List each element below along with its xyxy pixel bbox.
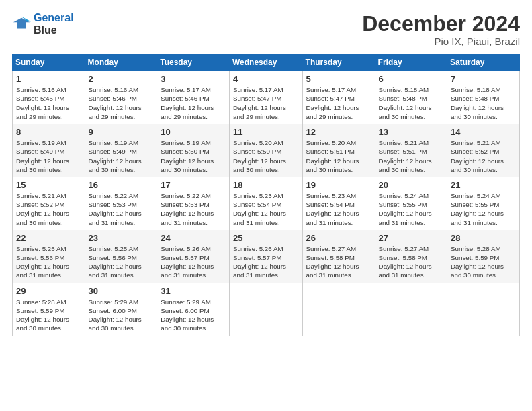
day-number: 1 xyxy=(16,74,81,84)
day-info: Sunrise: 5:25 AM Sunset: 5:56 PM Dayligh… xyxy=(89,244,154,280)
weekday-header-thursday: Thursday xyxy=(302,54,375,71)
day-cell: 21 Sunrise: 5:24 AM Sunset: 5:55 PM Dayl… xyxy=(447,177,520,230)
weekday-header-saturday: Saturday xyxy=(447,54,520,71)
day-cell xyxy=(447,283,520,336)
title-block: December 2024 Pio IX, Piaui, Brazil xyxy=(362,12,520,47)
day-cell xyxy=(375,283,447,336)
header: General Blue December 2024 Pio IX, Piaui… xyxy=(12,12,520,47)
day-info: Sunrise: 5:24 AM Sunset: 5:55 PM Dayligh… xyxy=(379,191,443,227)
day-cell: 7 Sunrise: 5:18 AM Sunset: 5:48 PM Dayli… xyxy=(447,71,520,124)
day-info: Sunrise: 5:20 AM Sunset: 5:51 PM Dayligh… xyxy=(306,138,371,174)
svg-marker-0 xyxy=(13,17,30,28)
weekday-header-row: SundayMondayTuesdayWednesdayThursdayFrid… xyxy=(13,54,520,71)
day-number: 9 xyxy=(89,127,154,137)
calendar-body: 1 Sunrise: 5:16 AM Sunset: 5:45 PM Dayli… xyxy=(13,71,520,336)
day-info: Sunrise: 5:19 AM Sunset: 5:50 PM Dayligh… xyxy=(161,138,226,174)
day-cell: 27 Sunrise: 5:27 AM Sunset: 5:58 PM Dayl… xyxy=(375,230,447,283)
location-subtitle: Pio IX, Piaui, Brazil xyxy=(362,36,520,47)
logo-text: General Blue xyxy=(34,12,74,36)
day-number: 25 xyxy=(233,233,299,243)
day-info: Sunrise: 5:22 AM Sunset: 5:53 PM Dayligh… xyxy=(89,191,154,227)
day-info: Sunrise: 5:16 AM Sunset: 5:45 PM Dayligh… xyxy=(16,85,81,121)
calendar-page: General Blue December 2024 Pio IX, Piaui… xyxy=(0,0,532,343)
day-number: 11 xyxy=(233,127,299,137)
day-number: 27 xyxy=(379,233,443,243)
day-cell: 12 Sunrise: 5:20 AM Sunset: 5:51 PM Dayl… xyxy=(302,124,375,177)
weekday-header-sunday: Sunday xyxy=(13,54,85,71)
logo-blue: Blue xyxy=(34,24,74,36)
day-number: 2 xyxy=(89,74,154,84)
week-row-2: 8 Sunrise: 5:19 AM Sunset: 5:49 PM Dayli… xyxy=(13,124,520,177)
day-cell: 31 Sunrise: 5:29 AM Sunset: 6:00 PM Dayl… xyxy=(157,283,230,336)
day-number: 14 xyxy=(451,127,516,137)
day-info: Sunrise: 5:27 AM Sunset: 5:58 PM Dayligh… xyxy=(306,244,371,280)
day-cell: 18 Sunrise: 5:23 AM Sunset: 5:54 PM Dayl… xyxy=(230,177,303,230)
day-number: 15 xyxy=(16,180,81,190)
day-cell: 25 Sunrise: 5:26 AM Sunset: 5:57 PM Dayl… xyxy=(230,230,303,283)
day-number: 29 xyxy=(16,286,81,296)
day-cell: 8 Sunrise: 5:19 AM Sunset: 5:49 PM Dayli… xyxy=(13,124,85,177)
day-info: Sunrise: 5:26 AM Sunset: 5:57 PM Dayligh… xyxy=(233,244,299,280)
day-info: Sunrise: 5:21 AM Sunset: 5:51 PM Dayligh… xyxy=(379,138,443,174)
day-info: Sunrise: 5:20 AM Sunset: 5:50 PM Dayligh… xyxy=(233,138,299,174)
day-number: 5 xyxy=(306,74,371,84)
day-number: 8 xyxy=(16,127,81,137)
day-info: Sunrise: 5:18 AM Sunset: 5:48 PM Dayligh… xyxy=(451,85,516,121)
day-cell: 20 Sunrise: 5:24 AM Sunset: 5:55 PM Dayl… xyxy=(375,177,447,230)
day-cell: 3 Sunrise: 5:17 AM Sunset: 5:46 PM Dayli… xyxy=(157,71,230,124)
day-cell: 10 Sunrise: 5:19 AM Sunset: 5:50 PM Dayl… xyxy=(157,124,230,177)
day-info: Sunrise: 5:19 AM Sunset: 5:49 PM Dayligh… xyxy=(89,138,154,174)
day-cell: 1 Sunrise: 5:16 AM Sunset: 5:45 PM Dayli… xyxy=(13,71,85,124)
day-cell: 2 Sunrise: 5:16 AM Sunset: 5:46 PM Dayli… xyxy=(85,71,157,124)
day-number: 22 xyxy=(16,233,81,243)
day-number: 13 xyxy=(379,127,443,137)
day-info: Sunrise: 5:17 AM Sunset: 5:46 PM Dayligh… xyxy=(161,85,226,121)
day-info: Sunrise: 5:16 AM Sunset: 5:46 PM Dayligh… xyxy=(89,85,154,121)
week-row-4: 22 Sunrise: 5:25 AM Sunset: 5:56 PM Dayl… xyxy=(13,230,520,283)
day-number: 28 xyxy=(451,233,516,243)
logo-icon xyxy=(12,15,31,34)
day-number: 23 xyxy=(89,233,154,243)
day-cell: 19 Sunrise: 5:23 AM Sunset: 5:54 PM Dayl… xyxy=(302,177,375,230)
day-cell: 26 Sunrise: 5:27 AM Sunset: 5:58 PM Dayl… xyxy=(302,230,375,283)
day-cell: 4 Sunrise: 5:17 AM Sunset: 5:47 PM Dayli… xyxy=(230,71,303,124)
day-cell: 30 Sunrise: 5:29 AM Sunset: 6:00 PM Dayl… xyxy=(85,283,157,336)
day-info: Sunrise: 5:29 AM Sunset: 6:00 PM Dayligh… xyxy=(161,298,226,333)
day-number: 19 xyxy=(306,180,371,190)
day-number: 4 xyxy=(233,74,299,84)
day-info: Sunrise: 5:21 AM Sunset: 5:52 PM Dayligh… xyxy=(451,138,516,174)
calendar-table: SundayMondayTuesdayWednesdayThursdayFrid… xyxy=(12,54,520,336)
day-cell: 23 Sunrise: 5:25 AM Sunset: 5:56 PM Dayl… xyxy=(85,230,157,283)
day-cell: 5 Sunrise: 5:17 AM Sunset: 5:47 PM Dayli… xyxy=(302,71,375,124)
week-row-5: 29 Sunrise: 5:28 AM Sunset: 5:59 PM Dayl… xyxy=(13,283,520,336)
day-number: 31 xyxy=(161,286,226,296)
day-cell: 14 Sunrise: 5:21 AM Sunset: 5:52 PM Dayl… xyxy=(447,124,520,177)
day-info: Sunrise: 5:28 AM Sunset: 5:59 PM Dayligh… xyxy=(16,298,81,333)
day-cell: 15 Sunrise: 5:21 AM Sunset: 5:52 PM Dayl… xyxy=(13,177,85,230)
day-info: Sunrise: 5:17 AM Sunset: 5:47 PM Dayligh… xyxy=(306,85,371,121)
day-info: Sunrise: 5:28 AM Sunset: 5:59 PM Dayligh… xyxy=(451,244,516,280)
day-cell: 9 Sunrise: 5:19 AM Sunset: 5:49 PM Dayli… xyxy=(85,124,157,177)
day-cell: 22 Sunrise: 5:25 AM Sunset: 5:56 PM Dayl… xyxy=(13,230,85,283)
day-info: Sunrise: 5:22 AM Sunset: 5:53 PM Dayligh… xyxy=(161,191,226,227)
weekday-header-monday: Monday xyxy=(85,54,157,71)
day-cell: 13 Sunrise: 5:21 AM Sunset: 5:51 PM Dayl… xyxy=(375,124,447,177)
day-number: 17 xyxy=(161,180,226,190)
day-info: Sunrise: 5:24 AM Sunset: 5:55 PM Dayligh… xyxy=(451,191,516,227)
weekday-header-wednesday: Wednesday xyxy=(230,54,303,71)
day-info: Sunrise: 5:29 AM Sunset: 6:00 PM Dayligh… xyxy=(89,298,154,333)
day-number: 18 xyxy=(233,180,299,190)
day-cell xyxy=(230,283,303,336)
day-number: 3 xyxy=(161,74,226,84)
day-info: Sunrise: 5:26 AM Sunset: 5:57 PM Dayligh… xyxy=(161,244,226,280)
day-number: 16 xyxy=(89,180,154,190)
day-info: Sunrise: 5:25 AM Sunset: 5:56 PM Dayligh… xyxy=(16,244,81,280)
day-info: Sunrise: 5:17 AM Sunset: 5:47 PM Dayligh… xyxy=(233,85,299,121)
weekday-header-tuesday: Tuesday xyxy=(157,54,230,71)
day-cell: 28 Sunrise: 5:28 AM Sunset: 5:59 PM Dayl… xyxy=(447,230,520,283)
day-cell: 16 Sunrise: 5:22 AM Sunset: 5:53 PM Dayl… xyxy=(85,177,157,230)
logo-general: General xyxy=(34,12,74,24)
week-row-1: 1 Sunrise: 5:16 AM Sunset: 5:45 PM Dayli… xyxy=(13,71,520,124)
week-row-3: 15 Sunrise: 5:21 AM Sunset: 5:52 PM Dayl… xyxy=(13,177,520,230)
day-info: Sunrise: 5:18 AM Sunset: 5:48 PM Dayligh… xyxy=(379,85,443,121)
